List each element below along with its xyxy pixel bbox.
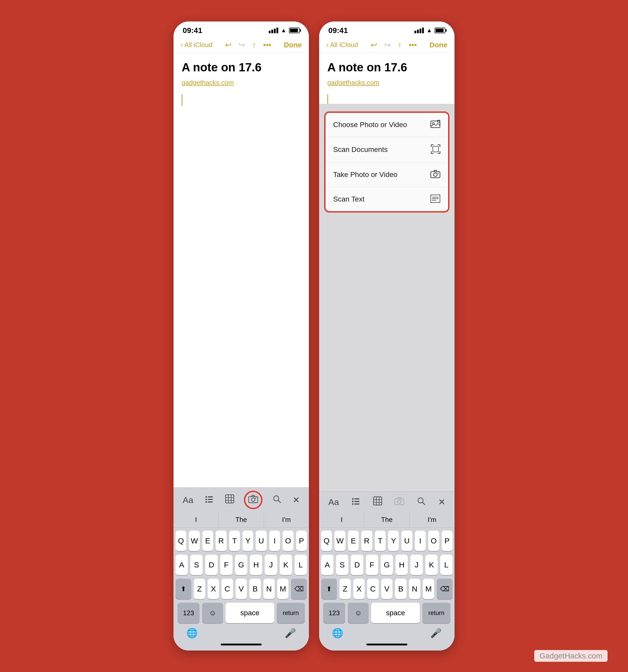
num-key-left[interactable]: 123 bbox=[178, 603, 200, 623]
key-L-left[interactable]: L bbox=[295, 555, 307, 575]
undo-icon-left[interactable]: ↩ bbox=[225, 41, 231, 49]
key-V-left[interactable]: V bbox=[235, 579, 247, 599]
key-Z-left[interactable]: Z bbox=[194, 579, 205, 599]
key-Q-right[interactable]: Q bbox=[321, 531, 332, 551]
search-button-right[interactable] bbox=[417, 496, 426, 508]
menu-item-choose-photo[interactable]: Choose Photo or Video bbox=[326, 113, 448, 137]
key-V-right[interactable]: V bbox=[381, 579, 393, 599]
done-button-right[interactable]: Done bbox=[429, 41, 447, 49]
key-C-right[interactable]: C bbox=[367, 579, 378, 599]
search-button-left[interactable] bbox=[272, 494, 281, 506]
share-icon-right[interactable]: ↑ bbox=[398, 41, 402, 49]
menu-item-take-photo[interactable]: Take Photo or Video bbox=[326, 162, 448, 187]
emoji-key-left[interactable]: ☺ bbox=[202, 603, 223, 623]
suggestion-I-right[interactable]: I bbox=[319, 512, 364, 527]
suggestion-im-left[interactable]: I'm bbox=[264, 512, 309, 527]
delete-key-right[interactable]: ⌫ bbox=[437, 579, 452, 599]
key-H-right[interactable]: H bbox=[396, 555, 408, 575]
key-F-right[interactable]: F bbox=[366, 555, 378, 575]
key-A-left[interactable]: A bbox=[176, 555, 188, 575]
key-X-left[interactable]: X bbox=[208, 579, 219, 599]
key-B-right[interactable]: B bbox=[395, 579, 406, 599]
key-U-right[interactable]: U bbox=[401, 531, 412, 551]
key-W-left[interactable]: W bbox=[189, 531, 200, 551]
done-button-left[interactable]: Done bbox=[284, 41, 302, 49]
back-label-left[interactable]: All iCloud bbox=[184, 41, 212, 49]
redo-icon-right[interactable]: ↪ bbox=[384, 41, 391, 49]
key-I-right[interactable]: I bbox=[415, 531, 426, 551]
key-O-right[interactable]: O bbox=[428, 531, 439, 551]
note-link-right[interactable]: gadgethacks.com bbox=[327, 79, 446, 87]
globe-icon-right[interactable]: 🌐 bbox=[332, 628, 343, 639]
key-C-left[interactable]: C bbox=[222, 579, 233, 599]
key-B-left[interactable]: B bbox=[249, 579, 260, 599]
delete-key-left[interactable]: ⌫ bbox=[291, 579, 307, 599]
key-K-left[interactable]: K bbox=[280, 555, 292, 575]
close-button-right[interactable]: ✕ bbox=[438, 497, 445, 507]
list-button-left[interactable] bbox=[205, 494, 214, 506]
key-O-left[interactable]: O bbox=[282, 531, 293, 551]
emoji-key-right[interactable]: ☺ bbox=[348, 603, 369, 623]
format-button-right[interactable]: Aa bbox=[328, 497, 339, 507]
key-H-left[interactable]: H bbox=[250, 555, 262, 575]
key-P-right[interactable]: P bbox=[442, 531, 452, 551]
key-M-right[interactable]: M bbox=[423, 579, 434, 599]
note-link-left[interactable]: gadgethacks.com bbox=[182, 79, 301, 87]
key-F-left[interactable]: F bbox=[220, 555, 232, 575]
key-L-right[interactable]: L bbox=[440, 555, 452, 575]
mic-icon-right[interactable]: 🎤 bbox=[430, 628, 442, 639]
return-key-right[interactable]: return bbox=[422, 603, 450, 623]
key-G-left[interactable]: G bbox=[235, 555, 247, 575]
key-Z-right[interactable]: Z bbox=[340, 579, 351, 599]
close-button-left[interactable]: ✕ bbox=[293, 495, 300, 505]
space-key-right[interactable]: space bbox=[371, 603, 420, 623]
key-P-left[interactable]: P bbox=[296, 531, 307, 551]
key-G-right[interactable]: G bbox=[381, 555, 393, 575]
camera-button-right[interactable] bbox=[395, 497, 404, 507]
key-E-left[interactable]: E bbox=[202, 531, 213, 551]
nav-left-right[interactable]: ‹ All iCloud bbox=[326, 41, 358, 49]
key-J-left[interactable]: J bbox=[265, 555, 277, 575]
key-Y-left[interactable]: Y bbox=[243, 531, 253, 551]
key-X-right[interactable]: X bbox=[353, 579, 365, 599]
menu-item-scan-text[interactable]: Scan Text bbox=[326, 187, 448, 211]
table-button-right[interactable] bbox=[373, 496, 382, 508]
suggestion-the-left[interactable]: The bbox=[219, 512, 264, 527]
suggestion-the-right[interactable]: The bbox=[364, 512, 409, 527]
suggestion-im-right[interactable]: I'm bbox=[409, 512, 454, 527]
key-J-right[interactable]: J bbox=[410, 555, 423, 575]
num-key-right[interactable]: 123 bbox=[323, 603, 345, 623]
key-I-left[interactable]: I bbox=[269, 531, 280, 551]
key-D-right[interactable]: D bbox=[351, 555, 363, 575]
table-button-left[interactable] bbox=[225, 494, 234, 506]
key-W-right[interactable]: W bbox=[334, 531, 345, 551]
more-icon-left[interactable]: ••• bbox=[263, 41, 271, 49]
shift-key-right[interactable]: ⬆ bbox=[321, 579, 337, 599]
key-R-left[interactable]: R bbox=[216, 531, 226, 551]
shift-key-left[interactable]: ⬆ bbox=[176, 579, 191, 599]
key-Y-right[interactable]: Y bbox=[388, 531, 399, 551]
key-E-right[interactable]: E bbox=[348, 531, 359, 551]
key-U-left[interactable]: U bbox=[256, 531, 267, 551]
back-label-right[interactable]: All iCloud bbox=[330, 41, 358, 49]
key-D-left[interactable]: D bbox=[205, 555, 218, 575]
key-A-right[interactable]: A bbox=[321, 555, 333, 575]
key-K-right[interactable]: K bbox=[425, 555, 438, 575]
key-N-right[interactable]: N bbox=[409, 579, 420, 599]
suggestion-I-left[interactable]: I bbox=[174, 512, 219, 527]
format-button-left[interactable]: Aa bbox=[183, 495, 194, 505]
key-T-left[interactable]: T bbox=[229, 531, 240, 551]
redo-icon-left[interactable]: ↪ bbox=[238, 41, 245, 49]
key-S-right[interactable]: S bbox=[336, 555, 348, 575]
key-M-left[interactable]: M bbox=[277, 579, 288, 599]
key-S-left[interactable]: S bbox=[190, 555, 203, 575]
nav-left-left[interactable]: ‹ All iCloud bbox=[181, 41, 212, 49]
key-Q-left[interactable]: Q bbox=[176, 531, 186, 551]
globe-icon-left[interactable]: 🌐 bbox=[186, 628, 198, 639]
undo-icon-right[interactable]: ↩ bbox=[371, 41, 377, 49]
mic-icon-left[interactable]: 🎤 bbox=[285, 628, 296, 639]
key-T-right[interactable]: T bbox=[375, 531, 385, 551]
space-key-left[interactable]: space bbox=[226, 603, 274, 623]
key-R-right[interactable]: R bbox=[361, 531, 372, 551]
return-key-left[interactable]: return bbox=[277, 603, 305, 623]
